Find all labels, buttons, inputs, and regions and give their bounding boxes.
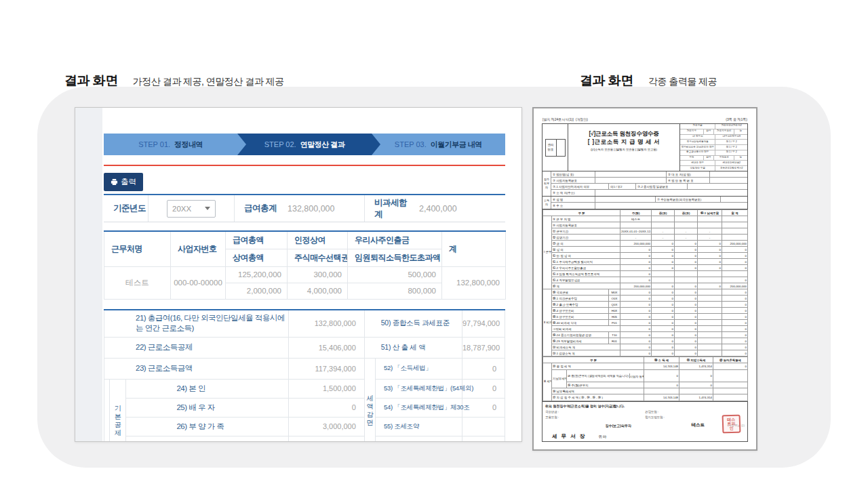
doc-value-cell	[713, 394, 748, 401]
doc-value-cell: 200,000,000	[620, 283, 652, 289]
group-label-basic-deduction: 기본공제	[110, 379, 126, 442]
doc-code-cell: R01	[609, 338, 620, 344]
doc-value-cell: 14,743,148	[644, 363, 679, 370]
left-gutter	[75, 108, 102, 441]
doc-value-cell: 0	[652, 308, 675, 314]
doc-value-cell: 0	[722, 265, 748, 271]
doc-info-row: 국적한국국적코드kr	[680, 156, 747, 161]
doc-info-cell: 여 1 / 부 2	[715, 145, 747, 150]
nontax-total-value: 2,400,000	[411, 195, 505, 222]
doc-value-cell: 0	[722, 277, 748, 283]
step-tab-1[interactable]: STEP 01. 정정내역	[104, 134, 237, 155]
doc-value-cell: 0	[620, 308, 652, 314]
doc-value-cell: 0	[675, 241, 698, 247]
row-26-value: 3,000,000	[289, 417, 365, 436]
doc-value-cell: 0	[652, 350, 675, 357]
doc-section-label: Ⅱ 비과세및감면소득명세	[543, 289, 552, 357]
declaration-text: 위의 원천징수액(근로소득)을 정히 영수(지급)합니다.	[545, 404, 745, 408]
doc-data-row: ⑮-2 우리사주조합인출금00000	[543, 265, 748, 271]
doc-value-cell: 1,474,314	[679, 394, 713, 401]
doc-row-label: ㉞ 종(전)근무지 (결정세액란의 세액을 적습니다)	[567, 373, 629, 378]
doc-value-cell	[620, 222, 652, 228]
year-select-cell: 20XX	[149, 195, 235, 222]
doc-info-cell: 외국인단일세율적용	[680, 140, 715, 144]
doc-value-cell: 0	[620, 259, 652, 265]
row-25-label: 25) 배 우 자	[126, 398, 289, 417]
doc-value-cell: 0	[722, 320, 748, 326]
doc-value-cell: 0	[652, 344, 675, 350]
doc-cell: ③-1 사업자단위과세자 여부	[551, 184, 608, 189]
row-52-label: 52) 「소득세법」	[376, 358, 462, 379]
doc-value-cell	[722, 222, 748, 228]
doc-data-row: ⑱-2 출산·보육수당Q0X0000	[543, 302, 748, 308]
doc-value-cell: -	[675, 235, 698, 241]
page: 결과 화면 가정산 결과 제공, 연말정산 결과 제공 결과 화면 각종 출력물…	[0, 0, 868, 488]
col-header-total: 계	[442, 231, 506, 266]
doc-value-cell: 0	[679, 382, 713, 388]
red-seal-stamp: 테스트의인	[722, 415, 741, 434]
doc-value-cell: -	[698, 235, 722, 241]
deemed-bonus-cell: 300,000	[288, 266, 348, 283]
print-button[interactable]: 출력	[104, 173, 143, 191]
earner-section: 소득자 ⑥ 성 명⑦ 주민등록번호(외국인등록번호)⑧ 주 소	[542, 197, 747, 209]
doc-value-cell: 0	[620, 344, 652, 350]
doc-data-row: ⑱-24 중소기업취업청년 감면T100000	[543, 332, 748, 338]
doc-column-header: 구 분	[543, 357, 644, 363]
doc-data-row: Ⅱ 비과세및감면소득명세⑱ 국외근로M0X0000	[543, 289, 748, 296]
doc-info-cell: 여 1 / 부 2	[715, 150, 747, 155]
doc-data-row: ⑭ 상 여00000	[543, 247, 748, 253]
doc-cell: ⑥ 성 명	[551, 197, 595, 202]
doc-value-cell: 0	[722, 338, 748, 344]
doc-row: ③-1 사업자단위과세자 여부여1 / 부2③-2 종사업장 일련번호	[551, 184, 747, 190]
earner-section-label: 소득자	[542, 197, 551, 209]
col-header-workplace: 근무처명	[104, 231, 171, 266]
doc-value-cell: -	[652, 228, 675, 235]
salary-total-label: 급여총계	[235, 195, 279, 222]
bizno-cell: 000-00-00000	[171, 266, 226, 299]
col-header-bonus: 상여총액	[226, 249, 288, 266]
document-title-1: [√]근로소득 원천징수영수증	[568, 130, 679, 138]
doc-value-cell: 0	[722, 302, 748, 308]
doc-row-label: ⑬ 급 여	[552, 241, 620, 247]
stock-option-cell: 4,000,000	[288, 283, 348, 299]
doc-value-cell	[698, 296, 722, 302]
step-tab-2[interactable]: STEP 02. 연말정산 결과	[237, 134, 371, 155]
doc-info-row: 거주구분거주자1/비거주자2	[680, 124, 747, 129]
doc-value-cell	[675, 271, 698, 277]
doc-value-cell: 0	[675, 308, 698, 314]
doc-value-cell: 0	[722, 247, 748, 253]
doc-info-cell: 한국	[703, 129, 714, 134]
nontax-total-label: 비과세합계	[365, 195, 411, 222]
form-number: [별지 제24호서식(1)] (개정안)	[542, 117, 588, 121]
doc-value-cell	[675, 277, 698, 283]
payer-section: 징수의무자 ① 법인명(상 호)② 대 표 자(성 명)③ 사업자등록번호④ 법…	[542, 171, 747, 197]
doc-row-label: 그밖의 비과세	[552, 326, 620, 332]
doc-cell: ③-2 종사업장 일련번호	[635, 184, 687, 189]
doc-value-cell: 0	[620, 253, 652, 259]
doc-value-cell	[698, 320, 722, 326]
doc-value-cell: 20XX-01-01~20XX-12-31	[620, 228, 652, 235]
doc-info-row: 외국법인소속 파견근로자 여부여 1 / 부 2	[680, 145, 747, 150]
col-header-esop: 우리사주인출금	[348, 231, 442, 249]
doc-value-cell: 0	[722, 344, 748, 350]
doc-value-cell: 0	[675, 259, 698, 265]
row-26-label: 26) 부 양 가 족	[126, 417, 289, 436]
tax-amount-table: 구 분㉚ 소 득 세㉛ 지방소득세㉜ 농어촌특별세Ⅲ 세액명세㉝ 결 정 세 액…	[542, 357, 748, 401]
doc-value-cell: 0	[620, 332, 652, 338]
doc-row-label: ⑮-2 우리사주조합인출금	[552, 265, 620, 271]
doc-value-cell	[698, 216, 722, 222]
tax-office-line: 세 무 서 장 귀하	[545, 433, 745, 440]
doc-value-cell	[698, 271, 722, 277]
year-select[interactable]: 20XX	[167, 200, 216, 218]
step-tab-3[interactable]: STEP 03. 이월기부금 내역	[372, 134, 505, 155]
doc-value-cell: 0	[698, 253, 722, 259]
doc-column-header: ㉜ 농어촌특별세	[713, 357, 748, 363]
insurance-line-2: 고용보험 : 장기요양보험 :	[545, 415, 745, 419]
doc-value-cell: 0	[675, 338, 698, 344]
insurance-line-1: 국민연금 : 건강보험 :	[545, 410, 745, 413]
document-card: [별지 제24호서식(1)] (개정안) (3쪽 중 제1쪽) 관리번호	[532, 107, 757, 451]
doc-value-cell	[698, 222, 722, 228]
health-label: 건강보험 :	[645, 410, 745, 413]
doc-cell	[595, 178, 666, 183]
group-label-tax-reduction: 세액감면	[364, 358, 375, 442]
